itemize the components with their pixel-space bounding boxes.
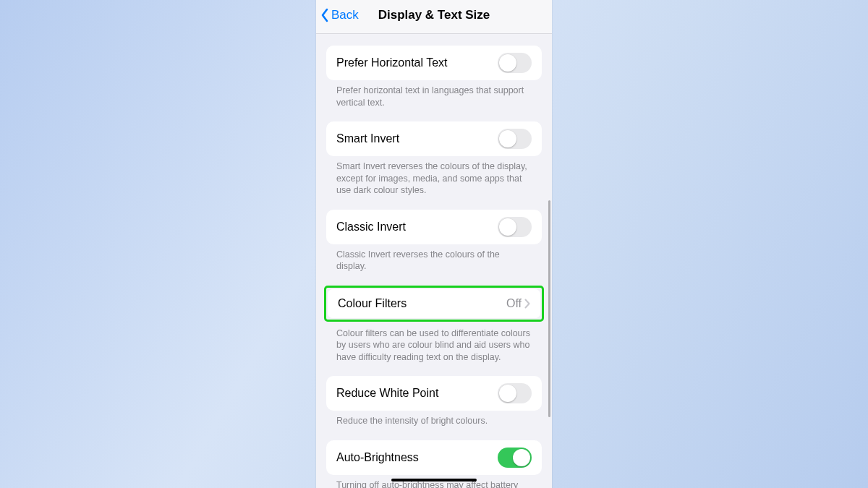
- smart-invert-footer: Smart Invert reverses the colours of the…: [326, 156, 542, 210]
- reduce-white-point-label: Reduce White Point: [336, 387, 498, 400]
- classic-invert-group: Classic Invert Classic Invert reverses t…: [326, 210, 542, 286]
- classic-invert-footer: Classic Invert reverses the colours of t…: [326, 244, 542, 286]
- classic-invert-label: Classic Invert: [336, 221, 498, 234]
- phone-screen: Back Display & Text Size Prefer Horizont…: [316, 0, 552, 488]
- smart-invert-row[interactable]: Smart Invert: [326, 121, 542, 156]
- smart-invert-label: Smart Invert: [336, 132, 498, 145]
- reduce-white-point-row[interactable]: Reduce White Point: [326, 376, 542, 411]
- chevron-right-icon: [524, 299, 530, 309]
- prefer-horizontal-group: Prefer Horizontal Text Prefer horizontal…: [326, 46, 542, 121]
- colour-filters-row[interactable]: Colour Filters Off: [328, 289, 540, 318]
- smart-invert-group: Smart Invert Smart Invert reverses the c…: [326, 121, 542, 210]
- colour-filters-value: Off: [506, 297, 522, 310]
- classic-invert-row[interactable]: Classic Invert: [326, 210, 542, 244]
- settings-content: Prefer Horizontal Text Prefer horizontal…: [316, 34, 552, 488]
- nav-bar: Back Display & Text Size: [316, 0, 552, 34]
- colour-filters-label: Colour Filters: [338, 297, 506, 310]
- colour-filters-footer: Colour filters can be used to differenti…: [326, 322, 542, 377]
- prefer-horizontal-label: Prefer Horizontal Text: [336, 56, 498, 69]
- auto-brightness-label: Auto-Brightness: [336, 451, 498, 464]
- home-indicator[interactable]: [391, 479, 477, 482]
- prefer-horizontal-row[interactable]: Prefer Horizontal Text: [326, 46, 542, 80]
- colour-filters-highlight: Colour Filters Off: [324, 286, 544, 322]
- auto-brightness-row[interactable]: Auto-Brightness: [326, 440, 542, 475]
- reduce-white-point-group: Reduce White Point Reduce the intensity …: [326, 376, 542, 440]
- prefer-horizontal-footer: Prefer horizontal text in languages that…: [326, 80, 542, 121]
- auto-brightness-toggle[interactable]: [498, 448, 532, 468]
- prefer-horizontal-toggle[interactable]: [498, 53, 532, 73]
- reduce-white-point-toggle[interactable]: [498, 383, 532, 403]
- colour-filters-footer-group: Colour filters can be used to differenti…: [326, 322, 542, 377]
- back-label: Back: [331, 8, 359, 22]
- smart-invert-toggle[interactable]: [498, 129, 532, 149]
- scroll-indicator[interactable]: [548, 200, 550, 417]
- chevron-left-icon: [320, 8, 329, 22]
- back-button[interactable]: Back: [320, 8, 359, 22]
- classic-invert-toggle[interactable]: [498, 217, 532, 237]
- reduce-white-point-footer: Reduce the intensity of bright colours.: [326, 411, 542, 440]
